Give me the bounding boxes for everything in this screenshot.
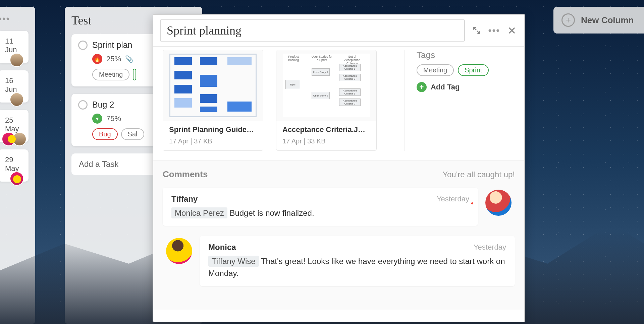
comment[interactable]: Tiffany Yesterday Monica Perez Budget is… — [163, 188, 478, 226]
unread-dot-icon — [471, 202, 473, 204]
tags-heading: Tags — [417, 50, 515, 60]
tags-panel: Tags Meeting Sprint + Add Tag — [404, 50, 515, 151]
comment[interactable]: Monica Yesterday Tiffany Wise That's gre… — [200, 236, 515, 286]
task-card[interactable]: 16 Jun — [0, 70, 29, 103]
mention[interactable]: Tiffany Wise — [208, 256, 259, 267]
add-tag-button[interactable]: + Add Tag — [417, 82, 515, 92]
task-progress: 25% — [106, 55, 121, 63]
tag[interactable]: Meeting — [417, 64, 454, 76]
priority-high-icon: 🔥 — [92, 54, 102, 64]
task-modal: ••• S — [153, 14, 525, 322]
task-date: 29 May — [5, 155, 22, 173]
new-column-label: New Column — [581, 15, 634, 25]
comments-heading: Comments — [163, 169, 208, 180]
avatar — [166, 238, 192, 264]
task-card[interactable]: 25 May — [0, 110, 29, 142]
attachment-meta: 17 Apr | 37 KB — [163, 135, 263, 150]
attachment-name: Sprint Planning Guide… — [163, 121, 263, 135]
modal-body: Sprint Planning Guide… 17 Apr | 37 KB Pr… — [153, 47, 524, 322]
comment-text: Budget is now finalized. — [229, 208, 314, 217]
avatar — [10, 92, 24, 107]
plus-icon: + — [417, 82, 427, 92]
comment-author: Tiffany — [171, 194, 198, 204]
task-date: 25 May — [5, 116, 22, 133]
task-title: Sprint plan — [92, 40, 132, 50]
attachment-card[interactable]: Sprint Planning Guide… 17 Apr | 37 KB — [163, 50, 263, 151]
new-column-button[interactable]: + New Column — [553, 7, 644, 34]
modal-header: ••• — [153, 15, 524, 47]
avatar — [2, 132, 16, 146]
comment-body: Tiffany Wise That's great! Looks like we… — [208, 255, 506, 279]
tag[interactable]: Meeting — [92, 69, 129, 80]
attachments-list: Sprint Planning Guide… 17 Apr | 37 KB Pr… — [163, 50, 377, 151]
column-menu-icon[interactable]: ••• — [0, 13, 10, 24]
tag[interactable]: Bug — [92, 128, 118, 140]
task-date: 11 Jun — [5, 37, 22, 54]
comment-time: Yesterday — [437, 195, 469, 203]
more-options-icon[interactable]: ••• — [488, 25, 500, 36]
caught-up-label: You're all caught up! — [442, 170, 515, 179]
expand-icon[interactable] — [471, 25, 482, 36]
mention[interactable]: Monica Perez — [171, 207, 227, 218]
column-partial-left: ••• 11 Jun 16 Jun 25 May 29 May — [0, 7, 35, 324]
tag-partial[interactable] — [133, 69, 136, 80]
add-tag-label: Add Tag — [431, 83, 460, 91]
task-complete-toggle[interactable] — [78, 41, 88, 50]
avatar — [485, 190, 512, 216]
comment-time: Yesterday — [474, 243, 506, 252]
attachment-thumbnail: Product Backlog User Stories for a Sprin… — [276, 50, 376, 121]
avatar — [10, 172, 24, 186]
close-icon[interactable] — [506, 25, 518, 36]
tag[interactable]: Sprint — [458, 64, 489, 76]
avatar — [10, 53, 24, 67]
task-card[interactable]: 29 May — [0, 149, 29, 182]
task-card[interactable]: 11 Jun — [0, 31, 29, 63]
attachment-name: Acceptance Criteria.J… — [276, 121, 376, 135]
column-title: Test — [71, 13, 91, 27]
task-complete-toggle[interactable] — [78, 100, 88, 110]
task-date: 16 Jun — [5, 76, 22, 94]
comment-body: Monica Perez Budget is now finalized. — [171, 207, 469, 219]
tag[interactable]: Sal — [121, 128, 144, 140]
attachment-thumbnail — [163, 50, 263, 121]
task-title-input[interactable] — [160, 19, 465, 42]
attachment-card[interactable]: Product Backlog User Stories for a Sprin… — [276, 50, 377, 151]
plus-icon: + — [561, 13, 575, 27]
priority-low-icon: ▾ — [92, 114, 102, 124]
task-progress: 75% — [106, 114, 121, 123]
attachment-icon: 📎 — [125, 55, 133, 63]
comment-author: Monica — [208, 243, 236, 252]
comments-section: Comments You're all caught up! Tiffany Y… — [153, 160, 524, 310]
attachment-meta: 17 Apr | 33 KB — [276, 135, 376, 150]
task-title: Bug 2 — [92, 100, 114, 110]
